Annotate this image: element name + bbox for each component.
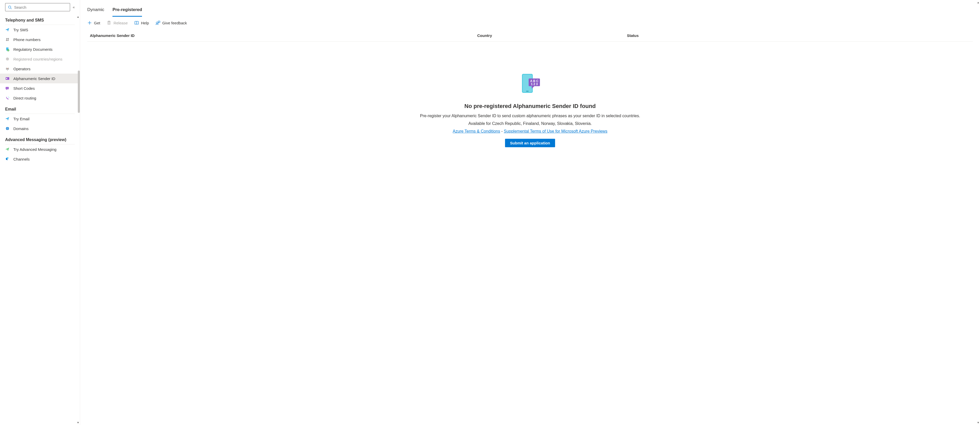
link-separator: - <box>500 129 504 133</box>
send-icon <box>5 116 10 121</box>
svg-line-1 <box>11 8 11 9</box>
phone-route-icon <box>5 96 10 100</box>
svg-text:1 2 3: 1 2 3 <box>531 82 538 86</box>
sidebar-item-label: Try Email <box>13 117 30 121</box>
section-email-header: Email <box>0 103 80 114</box>
help-button[interactable]: Help <box>134 21 149 25</box>
svg-point-17 <box>8 97 8 97</box>
sidebar-item-alphanumeric-sender-id[interactable]: Alphanumeric Sender ID <box>0 74 80 83</box>
sidebar-item-phone-numbers[interactable]: Phone numbers <box>0 35 80 44</box>
main-content: Dynamic Pre-registered Get Release Help … <box>80 0 980 425</box>
empty-state-description: Pre-register your Alphanumeric Sender ID… <box>420 114 640 118</box>
send-icon <box>5 147 10 152</box>
empty-state-title: No pre-registered Alphanumeric Sender ID… <box>465 103 596 109</box>
trash-icon <box>107 21 111 25</box>
sidebar-item-try-email[interactable]: Try Email <box>0 114 80 124</box>
scrollbar-up-arrow[interactable]: ▲ <box>76 15 80 18</box>
svg-rect-25 <box>526 91 529 92</box>
book-icon <box>134 21 139 25</box>
sidebar-item-label: Alphanumeric Sender ID <box>13 76 55 81</box>
toolbar: Get Release Help Give feedback <box>87 17 973 30</box>
svg-point-8 <box>6 57 9 60</box>
sidebar-item-label: Phone numbers <box>13 38 41 42</box>
sidebar: « Telephony and SMS Try SMS Phone number… <box>0 0 80 425</box>
sidebar-item-short-codes[interactable]: Short Codes <box>0 83 80 93</box>
plus-icon <box>87 21 92 25</box>
sidebar-item-registered-countries: Registered countries/regions <box>0 54 80 64</box>
globe-icon <box>5 57 10 61</box>
svg-point-16 <box>8 88 8 89</box>
channels-icon <box>5 157 10 161</box>
sidebar-item-label: Domains <box>13 127 29 131</box>
toolbar-label: Help <box>141 21 149 25</box>
sidebar-item-try-advanced-messaging[interactable]: Try Advanced Messaging <box>0 144 80 154</box>
svg-point-0 <box>8 6 11 8</box>
sidebar-item-label: Direct routing <box>13 96 36 100</box>
sidebar-item-channels[interactable]: Channels <box>0 154 80 164</box>
sidebar-item-label: Registered countries/regions <box>13 57 62 61</box>
id-badge-icon <box>5 76 10 81</box>
search-input[interactable] <box>14 5 68 10</box>
sidebar-item-direct-routing[interactable]: Direct routing <box>0 93 80 103</box>
svg-point-10 <box>7 68 8 68</box>
svg-line-5 <box>8 38 8 41</box>
section-advanced-messaging-header: Advanced Messaging (preview) <box>0 133 80 144</box>
toolbar-label: Release <box>113 21 127 25</box>
scrollbar-thumb[interactable] <box>78 71 80 113</box>
sidebar-item-label: Channels <box>13 157 30 161</box>
sidebar-item-label: Try SMS <box>13 28 28 32</box>
sidebar-item-label: Regulatory Documents <box>13 47 52 52</box>
tab-pre-registered[interactable]: Pre-registered <box>113 5 142 17</box>
sidebar-item-operators[interactable]: Operators <box>0 64 80 74</box>
empty-illustration: A B C 1 2 3 <box>519 72 541 96</box>
document-check-icon <box>5 47 10 52</box>
svg-point-22 <box>156 22 158 24</box>
search-icon <box>8 5 12 10</box>
message-icon <box>5 86 10 90</box>
supplemental-terms-link[interactable]: Supplemental Terms of Use for Microsoft … <box>504 129 607 133</box>
svg-point-18 <box>9 97 9 98</box>
empty-state-links: Azure Terms & Conditions - Supplemental … <box>453 129 607 134</box>
scrollbar-down-arrow[interactable]: ▼ <box>76 421 80 424</box>
collapse-sidebar-button[interactable]: « <box>73 5 75 9</box>
sidebar-item-try-sms[interactable]: Try SMS <box>0 25 80 35</box>
column-header-sender-id[interactable]: Alphanumeric Sender ID <box>90 33 477 38</box>
main-scrollbar-down-arrow[interactable]: ▼ <box>977 421 980 424</box>
globe-icon <box>5 126 10 131</box>
antenna-icon <box>5 67 10 71</box>
send-icon <box>5 27 10 32</box>
svg-point-14 <box>6 88 7 89</box>
column-header-country[interactable]: Country <box>477 33 627 38</box>
sidebar-item-label: Short Codes <box>13 86 35 90</box>
svg-rect-12 <box>6 78 7 79</box>
sidebar-item-domains[interactable]: Domains <box>0 124 80 133</box>
main-scrollbar-up-arrow[interactable]: ▲ <box>977 1 980 4</box>
empty-state-availability: Available for Czech Republic, Finaland, … <box>468 121 592 126</box>
hash-icon <box>5 37 10 42</box>
sidebar-item-regulatory-documents[interactable]: Regulatory Documents <box>0 44 80 54</box>
tabs: Dynamic Pre-registered <box>87 5 973 17</box>
empty-state: A B C 1 2 3 No pre-registered Alphanumer… <box>87 41 973 157</box>
sidebar-item-label: Try Advanced Messaging <box>13 147 56 152</box>
section-telephony-header: Telephony and SMS <box>0 14 80 25</box>
submit-application-button[interactable]: Submit an application <box>505 139 555 147</box>
column-header-status[interactable]: Status <box>627 33 970 38</box>
sidebar-item-label: Operators <box>13 67 30 71</box>
svg-line-4 <box>6 38 7 41</box>
toolbar-label: Get <box>94 21 100 25</box>
feedback-icon <box>156 21 160 25</box>
search-box[interactable] <box>5 3 70 11</box>
table-header-row: Alphanumeric Sender ID Country Status <box>87 30 973 41</box>
get-button[interactable]: Get <box>87 21 100 25</box>
svg-point-15 <box>7 88 8 89</box>
release-button: Release <box>107 21 127 25</box>
azure-terms-link[interactable]: Azure Terms & Conditions <box>453 129 500 133</box>
give-feedback-button[interactable]: Give feedback <box>156 21 187 25</box>
tab-dynamic[interactable]: Dynamic <box>87 5 104 17</box>
toolbar-label: Give feedback <box>162 21 187 25</box>
